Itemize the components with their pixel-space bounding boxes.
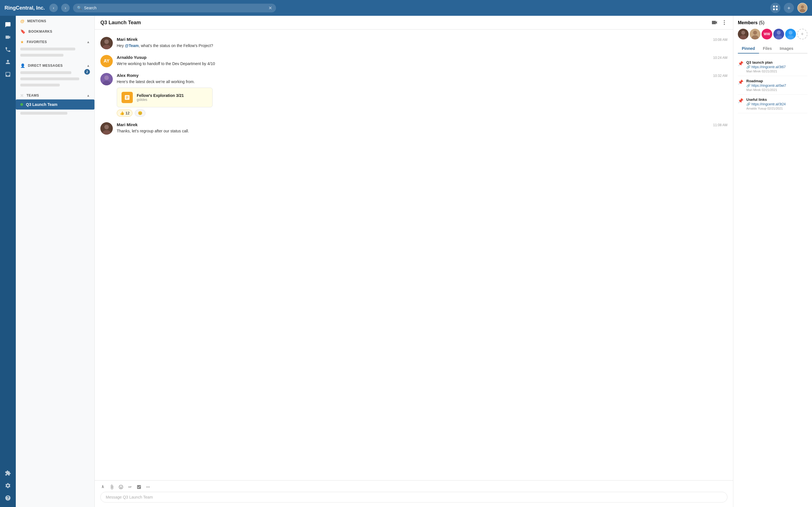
emoji-button[interactable] [118, 485, 123, 490]
pinned-link[interactable]: 🔗 https://ringcentr.al/3t67 [746, 65, 808, 69]
pinned-meta: Mari Mirek 02/21/2021 [746, 88, 808, 92]
message-row: AY Arnaldo Yusup 10:24 AM We're working … [100, 52, 727, 70]
gif-button[interactable] [128, 485, 133, 490]
favorites-section-header[interactable]: ★ FAVORITES ▲ [16, 37, 94, 46]
chat-area: Q3 Launch Team Mari Mirek [95, 16, 733, 507]
add-member-button[interactable]: + [797, 29, 808, 40]
add-reaction-button[interactable]: 😊 [135, 110, 146, 117]
pinned-link[interactable]: 🔗 https://ringcentr.al/0wi7 [746, 83, 808, 88]
search-input[interactable] [84, 6, 266, 10]
mention: @Team [125, 43, 139, 48]
chat-input[interactable] [100, 492, 727, 503]
pinned-items-list: 📌 Q3 launch plan 🔗 https://ringcentr.al/… [738, 57, 808, 113]
bookmarks-label: BOOKMARKS [29, 30, 52, 34]
pin-icon: 📌 [738, 98, 744, 110]
search-bar: 🔍 ✕ [73, 4, 276, 12]
favorites-placeholder-1 [20, 48, 75, 50]
chat-header: Q3 Launch Team [95, 16, 733, 30]
reaction-count: 12 [125, 111, 130, 115]
settings-icon[interactable] [2, 480, 13, 491]
dm-section-header[interactable]: 👤 DIRECT MESSAGES ▲ [16, 61, 94, 69]
pinned-meta: Mari Mirek 02/21/2021 [746, 69, 808, 73]
attach-button[interactable] [109, 485, 114, 490]
messages-area: Mari Mirek 10:08 AM Hey @Team, what's th… [95, 30, 733, 480]
members-count: (5) [759, 20, 765, 25]
message-time: 10:32 AM [713, 74, 727, 78]
pinned-title: Useful links [746, 98, 808, 102]
favorites-label: FAVORITES [27, 40, 47, 44]
member-avatar-1[interactable] [738, 29, 749, 40]
pinned-item-2: 📌 Roadmap 🔗 https://ringcentr.al/0wi7 Ma… [738, 76, 808, 95]
members-header: Members (5) [738, 20, 808, 25]
pinned-link[interactable]: 🔗 https://ringcentr.al/3t24 [746, 102, 808, 106]
message-meta: Mari Mirek 10:08 AM [117, 37, 727, 42]
dm-icon: 👤 [20, 63, 25, 68]
message-meta: Arnaldo Yusup 10:24 AM [117, 55, 727, 60]
format-button[interactable] [100, 485, 105, 490]
apps-grid-button[interactable] [770, 3, 780, 13]
messaging-icon[interactable] [2, 19, 13, 31]
member-avatar-4[interactable] [773, 29, 784, 40]
message-row: Mari Mirek 10:08 AM Hey @Team, what's th… [100, 34, 727, 52]
pinned-item-3: 📌 Useful links 🔗 https://ringcentr.al/3t… [738, 95, 808, 113]
more-options-button[interactable] [721, 19, 727, 25]
sidebar-item-q3-launch-team[interactable]: Q3 Launch Team [16, 100, 94, 110]
member-avatar-3[interactable]: WW [762, 29, 772, 40]
svg-point-23 [753, 31, 757, 35]
avatar [100, 73, 113, 86]
sidebar-item-mentions[interactable]: @ MENTIONS [16, 16, 94, 26]
reactions-row: 👍 12 😊 [117, 110, 727, 117]
video-icon[interactable] [2, 32, 13, 43]
svg-rect-1 [776, 6, 777, 7]
icon-bar [0, 16, 16, 507]
avatar [100, 37, 113, 49]
inbox-icon[interactable] [2, 69, 13, 80]
svg-rect-3 [776, 8, 777, 10]
svg-point-29 [789, 31, 793, 35]
extensions-icon[interactable] [2, 467, 13, 479]
member-avatar-2[interactable] [750, 29, 760, 40]
video-call-button[interactable] [711, 19, 718, 26]
favorites-placeholder-2 [20, 54, 63, 57]
topbar: RingCentral, Inc. ‹ › 🔍 ✕ ＋ [0, 0, 812, 16]
attachment-info: Fellow's Exploration 3/21 gslides [137, 93, 184, 102]
dm-placeholder-1 [20, 71, 71, 74]
teams-icon: ⁙ [20, 93, 24, 98]
tab-files[interactable]: Files [759, 44, 776, 54]
svg-point-8 [724, 22, 725, 23]
chat-toolbar [100, 483, 727, 492]
member-avatar-5[interactable] [785, 29, 796, 40]
help-icon[interactable] [2, 492, 13, 504]
teams-section-header[interactable]: ⁙ TEAMS ▲ [16, 91, 94, 100]
tab-images[interactable]: Images [776, 44, 797, 54]
avatar [100, 122, 113, 135]
svg-point-5 [801, 5, 804, 8]
sidebar-item-bookmarks[interactable]: 🔖 BOOKMARKS [16, 26, 94, 37]
tab-pinned[interactable]: Pinned [738, 44, 759, 54]
pinned-title: Q3 launch plan [746, 60, 808, 64]
tasks-button[interactable] [137, 485, 142, 490]
svg-rect-0 [773, 6, 775, 7]
attachment-card[interactable]: Fellow's Exploration 3/21 gslides [117, 88, 213, 107]
teams-placeholder-1 [20, 112, 67, 115]
user-avatar[interactable] [797, 3, 808, 13]
contacts-icon[interactable] [2, 56, 13, 68]
more-toolbar-button[interactable] [146, 485, 151, 490]
message-content: Arnaldo Yusup 10:24 AM We're working to … [117, 55, 727, 67]
pinned-meta: Arnaldo Yusup 02/21/2021 [746, 107, 808, 110]
svg-rect-2 [773, 8, 775, 10]
message-meta: Mari Mirek 11:08 AM [117, 122, 727, 127]
forward-button[interactable]: › [61, 4, 70, 12]
pin-icon: 📌 [738, 61, 744, 73]
phone-icon[interactable] [2, 44, 13, 55]
svg-point-14 [104, 75, 109, 80]
message-time: 11:08 AM [713, 123, 727, 127]
message-author: Arnaldo Yusup [117, 55, 147, 60]
attachment-type: gslides [137, 98, 184, 102]
clear-search-button[interactable]: ✕ [268, 5, 272, 11]
back-button[interactable]: ‹ [49, 4, 58, 12]
svg-point-11 [104, 40, 109, 44]
add-button[interactable]: ＋ [784, 3, 794, 13]
message-time: 10:24 AM [713, 56, 727, 60]
thumbs-up-reaction[interactable]: 👍 12 [117, 110, 133, 117]
